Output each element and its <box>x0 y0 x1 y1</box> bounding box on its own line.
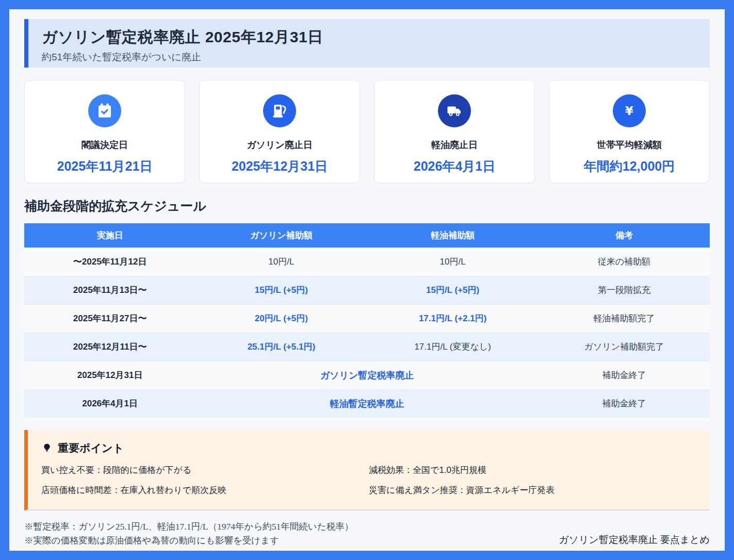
card-diesel-abolition: 軽油廃止日 2026年4月1日 <box>374 80 535 183</box>
col-header-note: 備考 <box>539 223 710 248</box>
table-row: 2025年12月31日 ガソリン暫定税率廃止 補助金終了 <box>24 361 710 389</box>
table-row: 2025年12月11日〜 25.1円/L (+5.1円) 17.1円/L (変更… <box>24 333 710 361</box>
card-gasoline-abolition: ガソリン廃止日 2025年12月31日 <box>199 80 360 183</box>
cell-note: ガソリン補助額完了 <box>539 333 710 361</box>
footer-summary: ガソリン暫定税率廃止 要点まとめ <box>559 533 710 548</box>
col-header-date: 実施日 <box>24 223 195 248</box>
subsidy-schedule-table: 実施日 ガソリン補助額 軽油補助額 備考 〜2025年11月12日 10円/L … <box>24 223 710 418</box>
col-header-gasoline: ガソリン補助額 <box>195 223 367 248</box>
point-item: 店頭価格に時間差：在庫入れ替わりで順次反映 <box>41 484 369 496</box>
cell-milestone: 軽油暫定税率廃止 <box>195 389 539 418</box>
table-row: 2026年4月1日 軽油暫定税率廃止 補助金終了 <box>24 389 710 418</box>
cell-date: 2025年11月13日〜 <box>24 276 195 304</box>
card-value: 年間約12,000円 <box>584 158 675 175</box>
cell-note: 第一段階拡充 <box>539 276 710 304</box>
cell-note: 従来の補助額 <box>539 248 710 276</box>
card-value: 2025年12月31日 <box>232 158 328 175</box>
footer: ※暫定税率：ガソリン25.1円/L、軽油17.1円/L（1974年から約51年間… <box>24 520 710 548</box>
table-header-row: 実施日 ガソリン補助額 軽油補助額 備考 <box>24 223 710 248</box>
page-subtitle: 約51年続いた暫定税率がついに廃止 <box>42 51 696 64</box>
points-grid: 買い控え不要：段階的に価格が下がる 店頭価格に時間差：在庫入れ替わりで順次反映 … <box>41 464 696 496</box>
cell-diesel: 17.1円/L (+2.1円) <box>367 304 539 333</box>
lightbulb-icon <box>41 442 53 454</box>
footnote: ※実際の価格変動は原油価格や為替の動向にも影響を受けます <box>24 534 353 548</box>
card-label: ガソリン廃止日 <box>247 139 313 151</box>
table-row: 2025年11月13日〜 15円/L (+5円) 15円/L (+5円) 第一段… <box>24 276 710 304</box>
cell-date: 2026年4月1日 <box>24 389 195 418</box>
card-value: 2025年11月21日 <box>57 158 153 175</box>
cell-diesel: 10円/L <box>367 248 539 276</box>
calendar-check-icon <box>88 94 121 127</box>
cell-diesel: 15円/L (+5円) <box>367 276 539 304</box>
col-header-diesel: 軽油補助額 <box>367 223 539 248</box>
card-label: 軽油廃止日 <box>431 139 478 151</box>
fuel-pump-icon <box>263 94 296 127</box>
cell-date: 〜2025年11月12日 <box>24 248 195 276</box>
important-points-panel: 重要ポイント 買い控え不要：段階的に価格が下がる 店頭価格に時間差：在庫入れ替わ… <box>24 430 710 510</box>
truck-icon <box>438 94 471 127</box>
points-header: 重要ポイント <box>41 441 696 455</box>
cell-gasoline: 10円/L <box>195 248 367 276</box>
yen-icon: ¥ <box>613 94 646 127</box>
cell-date: 2025年12月11日〜 <box>24 333 195 361</box>
header-banner: ガソリン暫定税率廃止 2025年12月31日 約51年続いた暫定税率がついに廃止 <box>24 19 710 68</box>
infographic-page: ガソリン暫定税率廃止 2025年12月31日 約51年続いた暫定税率がついに廃止… <box>0 0 734 560</box>
cell-note: 補助金終了 <box>539 389 710 418</box>
svg-text:¥: ¥ <box>625 104 633 118</box>
point-item: 災害に備え満タン推奨：資源エネルギー庁発表 <box>369 484 696 496</box>
points-title: 重要ポイント <box>58 441 124 455</box>
footnote: ※暫定税率：ガソリン25.1円/L、軽油17.1円/L（1974年から約51年間… <box>24 520 353 534</box>
cell-date: 2025年11月27日〜 <box>24 304 195 333</box>
table-row: 2025年11月27日〜 20円/L (+5円) 17.1円/L (+2.1円)… <box>24 304 710 333</box>
cell-diesel: 17.1円/L (変更なし) <box>367 333 539 361</box>
footnotes: ※暫定税率：ガソリン25.1円/L、軽油17.1円/L（1974年から約51年間… <box>24 520 353 548</box>
table-row: 〜2025年11月12日 10円/L 10円/L 従来の補助額 <box>24 248 710 276</box>
cell-date: 2025年12月31日 <box>24 361 195 389</box>
card-label: 世帯平均軽減額 <box>597 139 662 151</box>
cell-note: 補助金終了 <box>539 361 710 389</box>
card-household-savings: ¥ 世帯平均軽減額 年間約12,000円 <box>549 80 710 183</box>
page-title: ガソリン暫定税率廃止 2025年12月31日 <box>42 27 696 48</box>
cell-milestone: ガソリン暫定税率廃止 <box>195 361 539 389</box>
stat-cards: 閣議決定日 2025年11月21日 ガソリン廃止日 2025年12月31日 <box>24 80 710 183</box>
card-value: 2026年4月1日 <box>414 158 495 175</box>
cell-gasoline: 20円/L (+5円) <box>195 304 367 333</box>
point-item: 買い控え不要：段階的に価格が下がる <box>41 464 369 476</box>
schedule-section-title: 補助金段階的拡充スケジュール <box>24 197 710 215</box>
card-label: 閣議決定日 <box>81 139 128 151</box>
card-cabinet-decision: 閣議決定日 2025年11月21日 <box>24 80 185 183</box>
cell-gasoline: 25.1円/L (+5.1円) <box>195 333 367 361</box>
cell-gasoline: 15円/L (+5円) <box>195 276 367 304</box>
point-item: 減税効果：全国で1.0兆円規模 <box>369 464 696 476</box>
cell-note: 軽油補助額完了 <box>539 304 710 333</box>
